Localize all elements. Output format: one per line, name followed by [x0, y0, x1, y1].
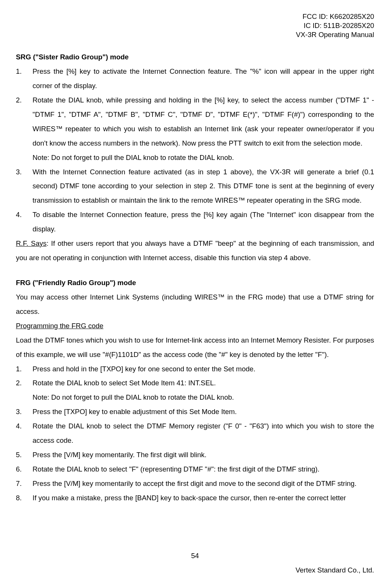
- srg-list-cont: 3. With the Internet Connection feature …: [16, 165, 374, 237]
- ic-id: IC ID: 511B-20285X20: [16, 21, 374, 30]
- frg-list: 1. Press and hold in the [TXPO] key for …: [16, 362, 374, 391]
- list-num: 3.: [16, 165, 33, 179]
- srg-title: SRG ("Sister Radio Group") mode: [16, 50, 374, 64]
- page-number: 54: [16, 549, 374, 563]
- frg-load-text: Load the DTMF tones which you wish to us…: [16, 333, 374, 362]
- rf-says: R.F. Says: If other users report that yo…: [16, 236, 374, 265]
- list-text: Press the [%] key to activate the Intern…: [33, 64, 374, 93]
- list-text: Press the [V/M] key momentarily. The fir…: [33, 448, 374, 462]
- fcc-id: FCC ID: K6620285X20: [16, 12, 374, 21]
- srg-list: 1. Press the [%] key to activate the Int…: [16, 64, 374, 150]
- page-header: FCC ID: K6620285X20 IC ID: 511B-20285X20…: [16, 12, 374, 39]
- list-num: 1.: [16, 362, 33, 376]
- frg-list-cont: 3. Press the [TXPO] key to enable adjust…: [16, 405, 374, 505]
- page: FCC ID: K6620285X20 IC ID: 511B-20285X20…: [0, 0, 390, 588]
- list-item: 3. Press the [TXPO] key to enable adjust…: [16, 405, 374, 419]
- list-num: 1.: [16, 64, 33, 79]
- frg-note-2: Note: Do not forget to pull the DIAL kno…: [33, 390, 374, 405]
- list-text: Press the [V/M] key momentarily to accep…: [33, 476, 374, 491]
- list-num: 3.: [16, 405, 33, 419]
- frg-title: FRG ("Friendly Radio Group") mode: [16, 276, 374, 290]
- list-num: 4.: [16, 208, 33, 222]
- list-item: 1. Press and hold in the [TXPO] key for …: [16, 362, 374, 376]
- list-num: 5.: [16, 448, 33, 462]
- list-item: 6. Rotate the DIAL knob to select "F" (r…: [16, 462, 374, 476]
- list-item: 5. Press the [V/M] key momentarily. The …: [16, 448, 374, 462]
- manual-title: VX-3R Operating Manual: [16, 30, 374, 39]
- rf-says-text: : If other users report that you always …: [16, 239, 374, 262]
- list-text: With the Internet Connection feature act…: [33, 165, 374, 208]
- list-item: 2. Rotate the DIAL knob, while pressing …: [16, 93, 374, 150]
- list-text: Press the [TXPO] key to enable adjustmen…: [33, 405, 374, 419]
- srg-note-2: Note: Do not forget to pull the DIAL kno…: [33, 150, 374, 165]
- frg-prog-label: Programming the FRG code: [16, 319, 374, 333]
- list-num: 7.: [16, 476, 33, 491]
- list-num: 4.: [16, 419, 33, 433]
- list-item: 4. Rotate the DIAL knob to select the DT…: [16, 419, 374, 448]
- spacer: [16, 265, 374, 276]
- list-item: 4. To disable the Internet Connection fe…: [16, 208, 374, 236]
- list-num: 6.: [16, 462, 33, 476]
- frg-prog-label-text: Programming the FRG code: [16, 322, 103, 330]
- list-num: 2.: [16, 376, 33, 390]
- list-text: If you make a mistake, press the [BAND] …: [33, 491, 374, 505]
- list-text: Rotate the DIAL knob to select "F" (repr…: [33, 462, 374, 476]
- list-item: 3. With the Internet Connection feature …: [16, 165, 374, 208]
- list-text: Press and hold in the [TXPO] key for one…: [33, 362, 374, 376]
- list-item: 7. Press the [V/M] key momentarily to ac…: [16, 476, 374, 491]
- list-num: 8.: [16, 491, 33, 505]
- page-footer: 54 Vertex Standard Co., Ltd.: [16, 549, 374, 577]
- list-num: 2.: [16, 93, 33, 107]
- list-text: To disable the Internet Connection featu…: [33, 208, 374, 236]
- rf-says-label: R.F. Says: [16, 239, 47, 247]
- frg-intro: You may access other Internet Link Syste…: [16, 290, 374, 319]
- list-item: 1. Press the [%] key to activate the Int…: [16, 64, 374, 93]
- list-text: Rotate the DIAL knob to select the DTMF …: [33, 419, 374, 448]
- list-text: Rotate the DIAL knob, while pressing and…: [33, 93, 374, 150]
- list-item: 2. Rotate the DIAL knob to select Set Mo…: [16, 376, 374, 390]
- list-text: Rotate the DIAL knob to select Set Mode …: [33, 376, 374, 390]
- list-item: 8. If you make a mistake, press the [BAN…: [16, 491, 374, 505]
- vendor-name: Vertex Standard Co., Ltd.: [16, 563, 374, 577]
